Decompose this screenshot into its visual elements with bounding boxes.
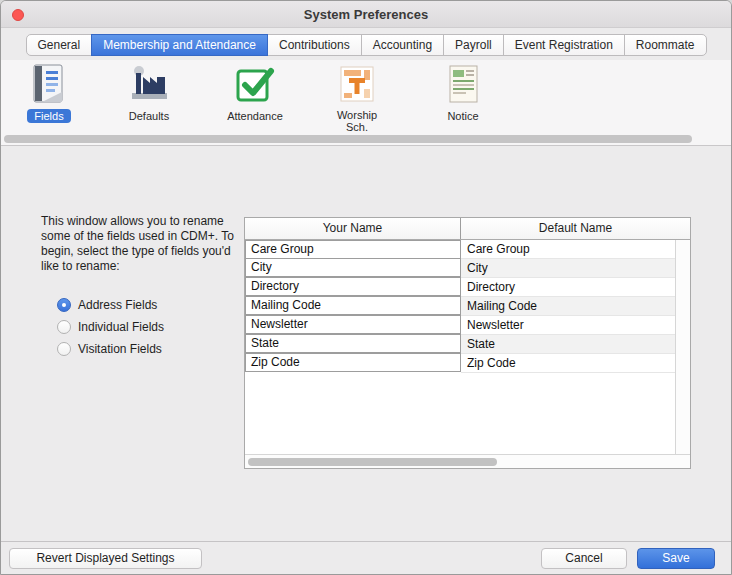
field-type-radio-group: Address Fields Individual Fields Visitat… [57,294,164,360]
toolbar-label-notice: Notice [440,109,485,123]
cancel-button[interactable]: Cancel [541,548,627,569]
default-name-cell: Directory [461,278,675,297]
table-horizontal-scrollbar[interactable] [245,454,690,468]
toolbar-item-fields[interactable]: Fields [13,62,85,124]
toolbar-label-worship-schedule: Worship Sch. [321,108,393,134]
toolbar-horizontal-scrollbar[interactable] [1,132,731,146]
radio-visitation-fields-label: Visitation Fields [78,342,162,356]
radio-address-fields-label: Address Fields [78,298,157,312]
toolbar-item-worship-schedule[interactable]: Worship Sch. [321,62,393,135]
radio-button-icon [57,342,71,356]
your-name-cell[interactable]: Newsletter [245,315,461,334]
radio-individual-fields[interactable]: Individual Fields [57,316,164,338]
default-name-cell: Care Group [461,240,675,259]
window-title: System Preferences [1,7,731,22]
fields-icon [27,62,71,106]
toolbar-label-fields: Fields [27,109,70,123]
field-names-table: Your Name Default Name Care Group Care G… [244,217,691,469]
table-row: City City [245,259,675,278]
preferences-tab-bar: General Membership and Attendance Contri… [1,28,731,60]
radio-visitation-fields[interactable]: Visitation Fields [57,338,164,360]
fields-pane: This window allows you to rename some of… [1,146,731,549]
section-toolbar: Fields Defaults Attendance [1,60,731,132]
toolbar-item-notice[interactable]: Notice [427,62,499,124]
tab-payroll[interactable]: Payroll [443,34,504,56]
tab-contributions[interactable]: Contributions [267,34,362,56]
default-name-cell: Mailing Code [461,297,675,316]
your-name-cell[interactable]: Directory [245,277,461,296]
tab-event-registration[interactable]: Event Registration [503,34,625,56]
toolbar-scrollbar-thumb[interactable] [4,135,692,143]
footer-bar: Revert Displayed Settings Cancel Save [1,541,731,574]
radio-address-fields[interactable]: Address Fields [57,294,164,316]
toolbar-item-defaults[interactable]: Defaults [113,62,185,124]
pane-description: This window allows you to rename some of… [41,214,251,274]
tab-general[interactable]: General [26,34,93,56]
tab-roommate[interactable]: Roommate [624,34,707,56]
save-button[interactable]: Save [637,548,715,569]
radio-button-icon [57,298,71,312]
your-name-cell[interactable]: Care Group [245,240,461,259]
table-row: Newsletter Newsletter [245,316,675,335]
table-header: Your Name Default Name [245,218,690,240]
tab-membership-and-attendance[interactable]: Membership and Attendance [91,34,268,56]
table-row: Mailing Code Mailing Code [245,297,675,316]
notice-icon [441,62,485,106]
your-name-cell[interactable]: State [245,334,461,353]
table-row: Zip Code Zip Code [245,354,675,373]
radio-button-icon [57,320,71,334]
radio-individual-fields-label: Individual Fields [78,320,164,334]
system-preferences-window: System Preferences General Membership an… [0,0,732,575]
toolbar-item-attendance[interactable]: Attendance [219,62,291,124]
column-header-default-name: Default Name [461,218,690,239]
table-vertical-scrollbar[interactable] [675,240,690,454]
your-name-cell[interactable]: Mailing Code [245,296,461,315]
your-name-cell[interactable]: City [245,258,461,277]
table-row: Directory Directory [245,278,675,297]
table-body: Care Group Care Group City City Director… [245,240,675,454]
table-scrollbar-thumb[interactable] [248,458,497,466]
your-name-cell[interactable]: Zip Code [245,353,461,372]
default-name-cell: Newsletter [461,316,675,335]
toolbar-label-attendance: Attendance [220,109,290,123]
worship-schedule-icon [335,62,379,106]
table-row: Care Group Care Group [245,240,675,259]
column-header-your-name: Your Name [245,218,461,239]
attendance-icon [233,62,277,106]
defaults-icon [127,62,171,106]
title-bar: System Preferences [1,1,731,28]
default-name-cell: City [461,259,675,278]
revert-displayed-settings-button[interactable]: Revert Displayed Settings [9,548,202,569]
default-name-cell: Zip Code [461,354,675,373]
tab-accounting[interactable]: Accounting [361,34,444,56]
default-name-cell: State [461,335,675,354]
toolbar-label-defaults: Defaults [122,109,176,123]
table-row: State State [245,335,675,354]
